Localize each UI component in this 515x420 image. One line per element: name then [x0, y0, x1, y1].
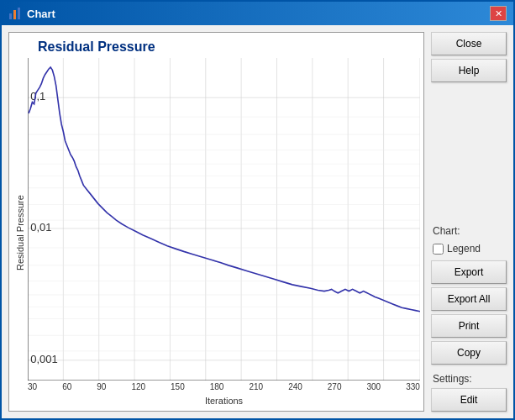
chart-icon: [8, 7, 22, 20]
x-tick-300: 300: [367, 382, 381, 394]
legend-checkbox[interactable]: [433, 244, 444, 255]
x-axis-label: Iterations: [28, 394, 420, 407]
svg-rect-1: [13, 10, 16, 19]
window-body: Residual Pressure Residual Pressure: [2, 25, 513, 418]
svg-text:0,1: 0,1: [30, 90, 45, 102]
export-button[interactable]: Export: [431, 260, 507, 284]
x-tick-60: 60: [62, 382, 71, 394]
title-bar: Chart ✕: [2, 2, 513, 25]
x-tick-150: 150: [171, 382, 185, 394]
legend-label[interactable]: Legend: [447, 243, 481, 255]
copy-button[interactable]: Copy: [431, 341, 507, 365]
chart-title: Residual Pressure: [13, 39, 420, 58]
y-axis-label: Residual Pressure: [13, 58, 28, 407]
x-axis-labels: 30 60 90 120 150 180 210 240 270 300 330: [28, 381, 420, 394]
help-button[interactable]: Help: [431, 59, 507, 82]
x-tick-210: 210: [249, 382, 263, 394]
chart-plot-area: 0,1 0,01 0,001: [28, 58, 420, 381]
x-tick-270: 270: [328, 382, 342, 394]
window-title: Chart: [27, 8, 490, 20]
window-close-button[interactable]: ✕: [490, 6, 507, 21]
settings-section-label: Settings:: [431, 373, 507, 385]
close-button[interactable]: Close: [431, 32, 507, 55]
chart-svg: 0,1 0,01 0,001: [28, 58, 420, 381]
svg-rect-3: [28, 58, 420, 381]
x-tick-180: 180: [210, 382, 224, 394]
print-button[interactable]: Print: [431, 314, 507, 338]
x-tick-90: 90: [97, 382, 106, 394]
x-tick-330: 330: [406, 382, 420, 394]
chart-window: Chart ✕ Residual Pressure Residual Press…: [0, 0, 515, 420]
x-tick-120: 120: [131, 382, 145, 394]
sidebar: Close Help Chart: Legend Export Export A…: [431, 32, 507, 412]
legend-row: Legend: [431, 240, 507, 257]
edit-button[interactable]: Edit: [431, 388, 507, 412]
svg-text:0,01: 0,01: [30, 221, 51, 234]
chart-inner: Residual Pressure: [13, 58, 420, 407]
svg-rect-2: [18, 8, 20, 19]
svg-text:0,001: 0,001: [30, 353, 58, 365]
x-tick-240: 240: [288, 382, 302, 394]
svg-rect-0: [9, 13, 12, 19]
chart-area: Residual Pressure Residual Pressure: [8, 32, 424, 412]
export-all-button[interactable]: Export All: [431, 287, 507, 311]
x-tick-30: 30: [28, 382, 37, 394]
chart-section-label: Chart:: [431, 225, 507, 237]
chart-with-axes: 0,1 0,01 0,001: [28, 58, 420, 407]
